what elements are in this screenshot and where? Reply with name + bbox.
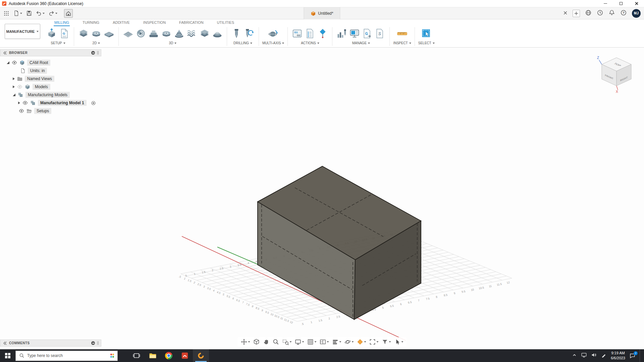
browser-header[interactable]: BROWSER (0, 49, 101, 56)
box-model[interactable] (258, 166, 421, 319)
group-label-drilling[interactable]: DRILLING (233, 41, 252, 46)
tab-milling[interactable]: MILLING (54, 20, 70, 26)
group-label-select[interactable]: SELECT (418, 41, 435, 46)
tray-expand-button[interactable] (572, 353, 577, 359)
browser-item-label[interactable]: Manufacturing Model 1 (38, 100, 87, 106)
tab-turning[interactable]: TURNING (82, 20, 100, 26)
document-tab[interactable]: Untitled* (304, 7, 340, 19)
browser-item-named-views[interactable]: Named Views (0, 75, 101, 83)
web-button[interactable] (585, 9, 592, 17)
tray-display-button[interactable] (581, 352, 587, 359)
simulate-button[interactable] (336, 27, 348, 40)
browser-item-label[interactable]: Units: in (28, 68, 47, 74)
3d-spiral-button[interactable] (173, 27, 185, 40)
viewports-button[interactable] (319, 338, 330, 346)
maximize-button[interactable] (613, 0, 629, 7)
browser-item-label[interactable]: CAM Root (27, 60, 50, 66)
3d-adaptive-button[interactable] (122, 27, 134, 40)
undo-button[interactable] (36, 10, 45, 16)
browser-item-label[interactable]: Setups (34, 108, 51, 114)
start-button[interactable] (0, 349, 15, 362)
collapsed-triangle-icon[interactable] (18, 102, 20, 104)
collapsed-triangle-icon[interactable] (13, 77, 15, 80)
setup-sheet-button[interactable] (374, 27, 386, 40)
chrome-button[interactable] (161, 349, 177, 362)
user-avatar[interactable]: MJ (632, 9, 641, 18)
comments-header[interactable]: COMMENTS (0, 340, 101, 347)
task-view-button[interactable] (128, 349, 145, 362)
grid-and-snaps-button[interactable] (306, 338, 318, 346)
selection-tools-button[interactable] (393, 338, 405, 346)
notifications-button[interactable] (608, 9, 615, 17)
group-label-inspect[interactable]: INSPECT (393, 41, 411, 46)
file-explorer-button[interactable] (145, 349, 161, 362)
taskbar-clock[interactable]: 9:19 AM 6/6/2023 (611, 351, 625, 361)
panel-resize-grip[interactable] (97, 341, 99, 345)
home-view-button[interactable] (64, 9, 73, 18)
3d-scallop-button[interactable] (211, 27, 223, 40)
nc-program-button[interactable] (58, 27, 70, 40)
3d-morph-button[interactable] (186, 27, 198, 40)
save-button[interactable] (26, 10, 32, 16)
measure-button[interactable] (396, 27, 408, 40)
drill-button[interactable] (230, 27, 243, 40)
isolate-button[interactable] (356, 338, 367, 346)
expanded-triangle-icon[interactable] (7, 61, 9, 64)
active-model-radio-icon[interactable] (91, 101, 96, 106)
minimize-button[interactable] (598, 0, 613, 7)
orbit-mode-button[interactable] (343, 338, 355, 346)
free-orbit-button[interactable] (240, 338, 251, 346)
select-button[interactable] (420, 27, 432, 40)
group-label-2d[interactable]: 2D (93, 41, 100, 46)
tab-utilities[interactable]: UTILITIES (216, 20, 235, 26)
group-label-3d[interactable]: 3D (169, 41, 177, 46)
group-label-manage[interactable]: MANAGE (352, 41, 370, 46)
probe-button[interactable] (317, 27, 329, 40)
file-menu-button[interactable] (13, 10, 22, 16)
zoom-button[interactable] (272, 338, 280, 346)
toolpath-display-button[interactable] (331, 338, 342, 346)
visibility-eye-icon[interactable] (19, 108, 24, 114)
browser-item-label[interactable]: Named Views (25, 76, 54, 82)
data-panel-button[interactable] (3, 10, 9, 16)
browser-item-label[interactable]: Models (33, 84, 50, 90)
browser-item-manufacturing-models[interactable]: Manufacturing Models (0, 91, 101, 99)
tab-inspection[interactable]: INSPECTION (143, 20, 166, 26)
pan-button[interactable] (262, 338, 271, 346)
close-tab-button[interactable] (563, 10, 568, 16)
visibility-eye-off-icon[interactable] (17, 84, 22, 89)
2d-face-button[interactable] (77, 27, 90, 40)
browser-item-manufacturing-model-1[interactable]: Manufacturing Model 1 (0, 99, 101, 107)
view-cube[interactable]: Z TOP FRONT RIGHT X (594, 54, 637, 95)
selection-filter-button[interactable] (381, 338, 392, 346)
multi-axis-button[interactable] (267, 27, 279, 40)
3d-steep-shallow-button[interactable] (148, 27, 160, 40)
new-tab-button[interactable] (573, 10, 580, 17)
help-button[interactable] (620, 9, 627, 17)
group-label-setup[interactable]: SETUP (51, 41, 65, 46)
tray-pen-button[interactable] (601, 352, 607, 359)
collapse-panel-icon[interactable] (3, 51, 7, 55)
full-screen-button[interactable] (368, 338, 380, 346)
post-process-button[interactable] (348, 27, 361, 40)
panel-options-icon[interactable] (91, 341, 95, 345)
action-center-button[interactable]: 2 (629, 353, 636, 359)
fusion-360-button[interactable] (193, 349, 209, 362)
3d-parallel-button[interactable] (160, 27, 172, 40)
3d-contour-button[interactable] (199, 27, 211, 40)
browser-item-cam-root[interactable]: CAM Root (0, 59, 101, 67)
expanded-triangle-icon[interactable] (13, 94, 15, 96)
browser-item-label[interactable]: Manufacturing Models (25, 92, 70, 98)
panel-options-icon[interactable] (91, 51, 95, 55)
3d-viewport[interactable]: .511.522.533.544.555.566.577.588.599.510… (0, 48, 644, 349)
operation-list-button[interactable] (304, 27, 316, 40)
2d-pocket-button[interactable] (103, 27, 115, 40)
g-code-button[interactable] (361, 27, 373, 40)
job-status-button[interactable] (597, 9, 603, 17)
show-desktop-button[interactable] (640, 349, 641, 362)
visibility-eye-icon[interactable] (12, 60, 17, 65)
browser-item-setups[interactable]: Setups (0, 107, 101, 115)
browser-item-models[interactable]: Models (0, 83, 101, 91)
close-button[interactable] (629, 0, 644, 7)
collapsed-triangle-icon[interactable] (13, 85, 15, 88)
